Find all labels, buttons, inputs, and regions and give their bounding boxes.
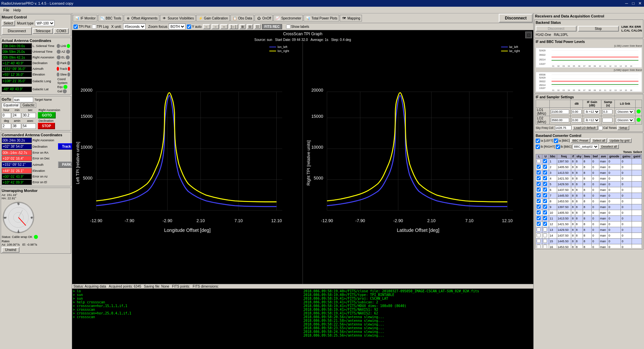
y-auto-check[interactable]: Y auto <box>187 24 202 29</box>
bbc-l-checkbox[interactable] <box>537 245 541 248</box>
mount-type-select[interactable]: WP-100 <box>35 20 55 26</box>
bbc-l-checkbox[interactable] <box>537 216 541 220</box>
zoom-reset-button[interactable]: |←| <box>229 24 238 29</box>
equatorial-tab[interactable]: Equatorial <box>2 103 20 108</box>
menu-file[interactable]: File <box>1 8 11 12</box>
asec-input[interactable] <box>22 123 36 129</box>
zoom-focus-select[interactable]: BOTH <box>169 23 185 30</box>
com3-button[interactable]: COM3 <box>54 28 69 34</box>
bbc-l-checkbox[interactable] <box>537 188 541 192</box>
tpi-plot-check[interactable]: TPI Plot <box>73 24 91 29</box>
bbc-preset-button[interactable]: BBC Preset <box>571 138 590 143</box>
ib-right-check[interactable]: ib [RIGHT] <box>536 145 555 149</box>
rp-disconnect-button[interactable]: Disconnect <box>536 26 577 32</box>
ib-bbc-check[interactable]: ib [BBC] <box>556 145 572 149</box>
min-input[interactable] <box>12 113 21 118</box>
lo1-samp-input[interactable] <box>602 109 612 114</box>
on-off-button[interactable]: ⏻ OnOff <box>255 15 273 21</box>
gain-calibration-button[interactable]: ⚡ Gain Calibration <box>196 15 230 21</box>
bbc-u-checkbox[interactable] <box>543 159 547 163</box>
bbc-l-checkbox[interactable] <box>537 170 541 174</box>
bbc-u-checkbox[interactable] <box>543 199 547 203</box>
bbc-u-checkbox[interactable] <box>543 233 547 237</box>
select-button[interactable]: Select <box>2 20 15 26</box>
total-power-button[interactable]: 📊 Total Power Plots <box>304 15 339 21</box>
bbc-l-checkbox[interactable] <box>537 205 541 209</box>
setup-button[interactable]: Setup <box>617 126 629 130</box>
zoom-out-button[interactable]: ← <box>203 24 210 29</box>
menu-help[interactable]: Help <box>11 8 23 12</box>
amin-input[interactable] <box>12 123 21 129</box>
load-lo-button[interactable]: Load LO default <box>572 126 598 130</box>
y-auto-checkbox[interactable] <box>187 24 191 29</box>
lo2-freq-input[interactable] <box>551 118 569 122</box>
tpi-plot-checkbox[interactable] <box>73 24 78 29</box>
bbc-u-checkbox[interactable] <box>543 205 547 209</box>
lo2-link-select[interactable]: Disconn <box>616 118 634 122</box>
bbc-l-checkbox[interactable] <box>537 176 541 180</box>
bbc-u-checkbox[interactable] <box>543 222 547 226</box>
bbc-u-checkbox[interactable] <box>543 239 547 243</box>
source-visibilities-button[interactable]: 👁 Source Visibilities <box>160 15 196 21</box>
maximize-button[interactable]: □ <box>631 1 636 6</box>
lo1-gain-select[interactable]: ib +12 <box>584 109 600 114</box>
show-labels-checkbox[interactable] <box>286 24 290 29</box>
grid-btn3[interactable]: ☷ <box>254 24 261 29</box>
bbc-u-checkbox[interactable] <box>543 182 547 186</box>
hour-input[interactable] <box>2 113 11 118</box>
lo2-gain-select[interactable]: ib +12 <box>584 118 600 122</box>
bbc-l-checkbox[interactable] <box>537 228 541 232</box>
lo1-db-input[interactable] <box>572 109 582 114</box>
minimize-button[interactable]: ─ <box>624 1 629 6</box>
ia-bbc-checkbox[interactable] <box>554 139 558 143</box>
bbc-l-checkbox[interactable] <box>537 239 541 243</box>
stop-button[interactable]: STOP <box>38 123 55 129</box>
deg-input[interactable] <box>2 123 11 129</box>
lo2-samp-input[interactable] <box>602 118 612 122</box>
sky-freq-input[interactable] <box>555 126 572 130</box>
lo1-freq-input[interactable] <box>551 109 569 114</box>
select-all-button[interactable]: Select all <box>591 138 607 143</box>
ib-right-checkbox[interactable] <box>536 145 540 149</box>
goto-button[interactable]: GOTO <box>38 112 56 118</box>
telescope-button[interactable]: Telescope <box>33 28 53 34</box>
top-disconnect-button[interactable]: Disconnect <box>499 14 533 22</box>
bbc-l-checkbox[interactable] <box>537 193 541 197</box>
lo1-link-select[interactable]: Disconn <box>616 109 634 114</box>
bbc-u-checkbox[interactable] <box>543 210 547 214</box>
bbc-l-checkbox[interactable] <box>537 165 541 169</box>
spectrometer-button[interactable]: 📈 Spectrometer <box>273 15 303 21</box>
bbc-l-checkbox[interactable] <box>537 222 541 226</box>
bbc-u-checkbox[interactable] <box>543 188 547 192</box>
update-button[interactable]: Update by grid <box>608 138 632 143</box>
ib-bbc-checkbox[interactable] <box>556 145 560 149</box>
bbc-u-checkbox[interactable] <box>543 216 547 220</box>
bbc-u-checkbox[interactable] <box>543 193 547 197</box>
galactic-tab[interactable]: Galactic <box>21 103 36 108</box>
bbc-l-checkbox[interactable] <box>537 182 541 186</box>
show-labels-check[interactable]: Show labels <box>286 24 309 29</box>
target-input[interactable] <box>13 97 33 102</box>
bbc-u-checkbox[interactable] <box>543 245 547 248</box>
x-unit-select[interactable]: #Seconds <box>123 23 146 30</box>
if-monitor-button[interactable]: 📊 IF Monitor <box>73 15 97 21</box>
unwind-button[interactable]: Unwind <box>2 247 19 253</box>
cal-tones-check[interactable]: Cal Tones <box>598 126 617 130</box>
obs-data-button[interactable]: 📋 Obs Data <box>230 15 254 21</box>
cal-tones-checkbox[interactable] <box>598 126 603 130</box>
bbc-u-checkbox[interactable] <box>543 170 547 174</box>
sec-input[interactable] <box>22 113 36 118</box>
zoom-fit-button[interactable]: ↔ <box>220 24 228 29</box>
rp-stop-button[interactable]: Stop <box>578 26 619 32</box>
bbc-l-checkbox[interactable] <box>537 210 541 214</box>
ia-bbc-check[interactable]: ia [BBC] <box>554 139 570 143</box>
bbc-l-checkbox[interactable] <box>537 159 541 163</box>
ia-left-checkbox[interactable] <box>536 139 540 143</box>
grid-btn2[interactable]: ⊟ <box>247 24 253 29</box>
bbc-tools-button[interactable]: 📉 BBC Tools <box>98 15 123 21</box>
offset-alignments-button[interactable]: ⊕ Offset Alignments <box>124 15 159 21</box>
tpi-log-check[interactable]: TPI Log <box>92 24 109 29</box>
bbc-l-checkbox[interactable] <box>537 233 541 237</box>
bbc-u-checkbox[interactable] <box>543 165 547 169</box>
bbc-u-checkbox[interactable] <box>543 228 547 232</box>
